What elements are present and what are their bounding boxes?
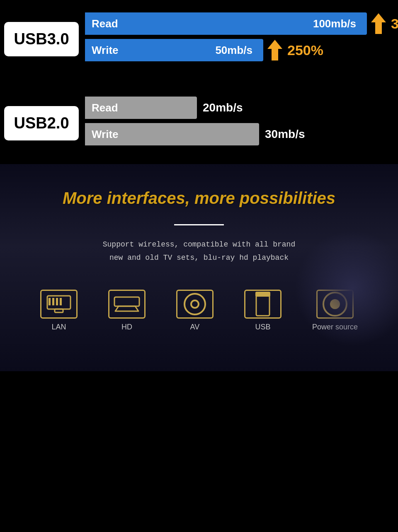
interface-hd: HD xyxy=(108,290,146,331)
gap1 xyxy=(4,72,394,97)
usb2-write-bar: Write xyxy=(85,123,259,145)
usb3-read-speed: 100mb/s xyxy=(313,17,360,30)
usb3-write-bar: Write 50mb/s xyxy=(85,39,263,61)
svg-rect-5 xyxy=(56,298,58,305)
power-source-icon xyxy=(322,291,348,317)
bottom-section: More interfaces, more possibilities Supp… xyxy=(0,164,398,371)
hd-icon xyxy=(114,296,140,312)
usb3-bars: Read 100mb/s 300% Write 50 xyxy=(85,12,398,65)
usb3-write-arrow-icon xyxy=(267,40,282,60)
usb2-write-speed: 30mb/s xyxy=(265,128,305,141)
top-section: USB3.0 Read 100mb/s 300% xyxy=(0,0,398,164)
interface-av: AV xyxy=(176,290,214,331)
usb2-write-label: Write xyxy=(92,128,119,141)
interface-usb: USB xyxy=(244,290,282,331)
divider xyxy=(174,224,224,225)
lan-icon xyxy=(46,295,71,313)
lan-label: LAN xyxy=(51,323,66,331)
usb3-read-extras: 300% xyxy=(371,13,398,34)
usb-label: USB xyxy=(255,323,270,331)
svg-point-9 xyxy=(184,294,205,314)
svg-point-14 xyxy=(330,299,340,309)
usb2-label: USB2.0 xyxy=(4,106,79,140)
hd-label: HD xyxy=(121,323,132,331)
usb3-read-label: Read xyxy=(92,17,118,30)
interface-lan: LAN xyxy=(40,290,78,331)
interfaces-row: LAN HD A xyxy=(8,290,390,331)
power-label: Power source xyxy=(312,323,358,331)
usb3-section: USB3.0 Read 100mb/s 300% xyxy=(4,12,394,65)
usb3-read-arrow-icon xyxy=(371,13,386,34)
svg-rect-7 xyxy=(55,309,63,312)
usb3-read-row: Read 100mb/s 300% xyxy=(85,12,398,35)
usb3-write-label: Write xyxy=(92,44,119,57)
usb-icon-box xyxy=(244,290,282,319)
usb3-label: USB3.0 xyxy=(4,22,79,56)
usb2-write-row: Write 30mb/s xyxy=(85,123,394,145)
usb-icon xyxy=(255,292,270,317)
svg-rect-3 xyxy=(49,298,51,305)
section-title: More interfaces, more possibilities xyxy=(8,189,390,208)
svg-point-13 xyxy=(323,293,347,316)
svg-marker-0 xyxy=(371,13,386,34)
usb2-read-bar: Read xyxy=(85,97,197,119)
usb2-section: USB2.0 Read 20mb/s Write 30mb/s xyxy=(4,97,394,150)
usb2-read-label: Read xyxy=(92,102,118,114)
av-label: AV xyxy=(190,323,200,331)
usb3-write-percent: 250% xyxy=(287,42,323,58)
usb3-write-row: Write 50mb/s 250% xyxy=(85,39,398,61)
interface-power: Power source xyxy=(312,290,358,331)
av-icon-box xyxy=(176,290,214,319)
svg-rect-6 xyxy=(60,298,62,305)
svg-rect-8 xyxy=(114,297,139,306)
page-wrapper: USB3.0 Read 100mb/s 300% xyxy=(0,0,398,371)
subtitle-line2: new and old TV sets, blu-ray hd playback xyxy=(109,254,289,262)
usb2-bars: Read 20mb/s Write 30mb/s xyxy=(85,97,394,150)
svg-marker-1 xyxy=(267,40,282,60)
power-icon-box xyxy=(316,290,354,319)
usb3-write-speed: 50mb/s xyxy=(215,44,257,57)
usb3-write-extras: 250% xyxy=(267,40,323,60)
hd-icon-box xyxy=(108,290,146,319)
lan-icon-box xyxy=(40,290,78,319)
usb3-read-bar: Read 100mb/s xyxy=(85,12,367,35)
usb2-read-row: Read 20mb/s xyxy=(85,97,394,119)
usb3-read-percent: 300% xyxy=(391,16,398,32)
svg-rect-4 xyxy=(52,298,54,305)
av-icon xyxy=(183,293,206,316)
usb2-read-speed: 20mb/s xyxy=(203,101,243,114)
svg-rect-2 xyxy=(47,296,70,309)
svg-rect-11 xyxy=(256,295,269,316)
subtitle-line1: Support wireless, compatible with all br… xyxy=(103,240,295,249)
svg-rect-12 xyxy=(255,292,270,297)
svg-point-10 xyxy=(191,300,199,308)
subtitle: Support wireless, compatible with all br… xyxy=(37,238,361,265)
